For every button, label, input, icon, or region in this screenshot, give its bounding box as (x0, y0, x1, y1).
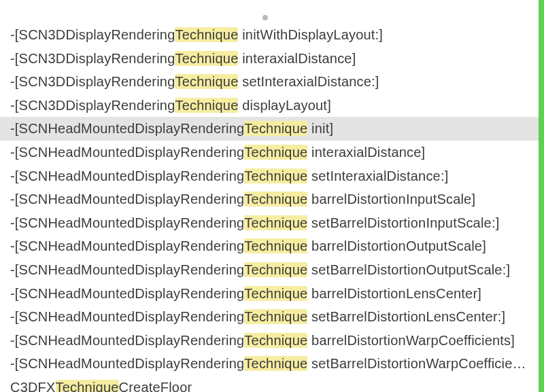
result-pre: -[SCNHeadMountedDisplayRendering (10, 215, 244, 230)
result-post: CreateFloor (119, 380, 192, 392)
result-highlight: Technique (244, 192, 307, 207)
result-post: setInteraxialDistance:] (307, 168, 448, 183)
result-row[interactable]: -[SCNHeadMountedDisplayRenderingTechniqu… (0, 305, 539, 329)
result-row[interactable]: -[SCNHeadMountedDisplayRenderingTechniqu… (0, 258, 539, 282)
result-post: initWithDisplayLayout:] (238, 27, 383, 42)
result-row[interactable]: -[SCNHeadMountedDisplayRenderingTechniqu… (0, 329, 539, 353)
result-post: barrelDistortionLensCenter] (307, 286, 481, 301)
result-pre: -[SCNHeadMountedDisplayRendering (10, 192, 244, 207)
result-highlight: Technique (56, 380, 119, 392)
result-row[interactable]: -[SCN3DDisplayRenderingTechnique interax… (0, 47, 539, 71)
result-highlight: Technique (175, 98, 238, 113)
result-row[interactable]: -[SCNHeadMountedDisplayRenderingTechniqu… (0, 164, 539, 188)
result-post: setBarrelDistortionWarpCoefficients:] (307, 356, 539, 371)
breakpoint-indicator-icon[interactable] (262, 15, 268, 20)
result-row[interactable]: -[SCNHeadMountedDisplayRenderingTechniqu… (0, 234, 539, 258)
result-pre: C3DFX (10, 380, 56, 392)
result-post: interaxialDistance] (238, 51, 356, 66)
result-pre: -[SCNHeadMountedDisplayRendering (10, 286, 244, 301)
result-row[interactable]: -[SCNHeadMountedDisplayRenderingTechniqu… (0, 141, 539, 164)
result-row[interactable]: -[SCN3DDisplayRenderingTechnique setInte… (0, 70, 539, 94)
result-post: barrelDistortionWarpCoefficients] (307, 333, 515, 348)
result-post: setBarrelDistortionOutputScale:] (307, 262, 510, 277)
result-row[interactable]: -[SCNHeadMountedDisplayRenderingTechniqu… (0, 188, 539, 211)
result-row[interactable]: -[SCN3DDisplayRenderingTechnique display… (0, 94, 539, 118)
selection-edge (539, 0, 544, 392)
result-highlight: Technique (244, 286, 307, 301)
result-highlight: Technique (244, 309, 307, 324)
result-pre: -[SCN3DDisplayRendering (10, 74, 175, 89)
result-highlight: Technique (244, 238, 307, 253)
result-row[interactable]: -[SCNHeadMountedDisplayRenderingTechniqu… (0, 117, 539, 141)
result-pre: -[SCNHeadMountedDisplayRendering (10, 356, 244, 371)
result-highlight: Technique (244, 168, 307, 183)
result-highlight: Technique (175, 74, 238, 89)
result-highlight: Technique (175, 27, 238, 42)
result-highlight: Technique (244, 262, 307, 277)
result-highlight: Technique (244, 215, 307, 230)
result-pre: -[SCNHeadMountedDisplayRendering (10, 262, 244, 277)
result-pre: -[SCN3DDisplayRendering (10, 27, 175, 42)
result-post: setBarrelDistortionLensCenter:] (307, 309, 505, 324)
result-pre: -[SCNHeadMountedDisplayRendering (10, 145, 244, 160)
result-row[interactable]: C3DFXTechniqueCreateFloor (0, 376, 539, 392)
result-row[interactable]: -[SCNHeadMountedDisplayRenderingTechniqu… (0, 211, 539, 235)
result-pre: -[SCNHeadMountedDisplayRendering (10, 333, 244, 348)
search-results-window: { "highlight_term": "Technique", "select… (0, 0, 544, 392)
result-highlight: Technique (244, 145, 307, 160)
result-highlight: Technique (244, 356, 307, 371)
result-row[interactable]: -[SCNHeadMountedDisplayRenderingTechniqu… (0, 282, 539, 306)
result-post: barrelDistortionInputScale] (307, 192, 475, 207)
result-row[interactable]: -[SCN3DDisplayRenderingTechnique initWit… (0, 23, 539, 47)
result-pre: -[SCN3DDisplayRendering (10, 51, 175, 66)
result-highlight: Technique (175, 51, 238, 66)
result-post: setBarrelDistortionInputScale:] (307, 215, 499, 230)
result-pre: -[SCNHeadMountedDisplayRendering (10, 121, 244, 136)
result-post: setInteraxialDistance:] (238, 74, 379, 89)
result-post: barrelDistortionOutputScale] (307, 238, 486, 253)
result-post: init] (307, 121, 333, 136)
result-pre: -[SCN3DDisplayRendering (10, 98, 175, 113)
result-pre: -[SCNHeadMountedDisplayRendering (10, 168, 244, 183)
result-highlight: Technique (244, 333, 307, 348)
result-pre: -[SCNHeadMountedDisplayRendering (10, 309, 244, 324)
results-list[interactable]: -[SCN3DDisplayRenderingTechnique initWit… (0, 23, 539, 392)
results-content: -[SCN3DDisplayRenderingTechnique initWit… (0, 0, 539, 392)
result-post: displayLayout] (238, 98, 330, 113)
result-post: interaxialDistance] (307, 145, 425, 160)
result-pre: -[SCNHeadMountedDisplayRendering (10, 238, 244, 253)
result-row[interactable]: -[SCNHeadMountedDisplayRenderingTechniqu… (0, 352, 539, 376)
result-highlight: Technique (244, 121, 307, 136)
